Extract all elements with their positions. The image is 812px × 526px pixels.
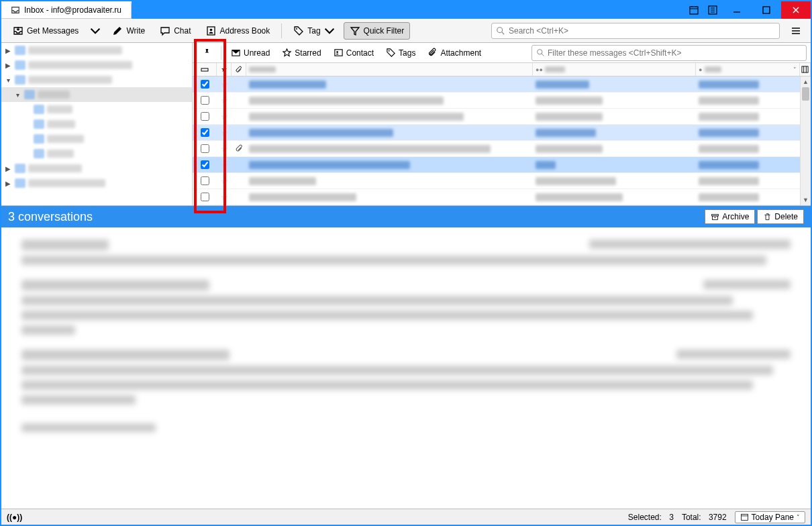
message-row[interactable]: ☆ [193,173,800,189]
folder-item[interactable] [1,102,192,117]
calendar-icon[interactable] [684,1,703,19]
filter-attachment[interactable]: Attachment [423,46,486,60]
scroll-down-arrow[interactable]: ▼ [801,195,811,205]
message-row[interactable]: ☆ [193,141,800,157]
message-row[interactable]: ☆ [193,109,800,125]
preview-message[interactable] [21,240,791,265]
paperclip-icon [427,48,438,58]
folder-item[interactable] [1,146,192,161]
column-picker[interactable] [800,63,811,76]
conversation-header: 3 conversations Archive Delete [1,206,811,227]
tag-button[interactable]: Tag [287,22,340,40]
column-star[interactable]: ★ [217,63,232,76]
today-pane-button[interactable]: Today Pane ˅ [735,511,805,523]
star-icon[interactable]: ☆ [221,176,228,186]
star-icon[interactable]: ☆ [221,112,228,121]
delete-button[interactable]: Delete [757,209,804,224]
maximize-button[interactable] [752,1,781,19]
message-row[interactable]: ☆ [193,157,800,173]
folder-tree[interactable]: ▶ ▶ ▾ ▾ ▶ ▶ [1,43,193,205]
message-row[interactable]: ☆ [193,125,800,141]
tag-icon [293,25,304,36]
message-row[interactable]: ☆ [193,93,800,109]
star-icon[interactable]: ☆ [221,80,228,89]
hamburger-icon [791,25,801,36]
account-item[interactable]: ▶ [1,43,192,58]
svg-rect-16 [741,514,748,520]
row-checkbox[interactable] [201,80,209,89]
account-item[interactable]: ▶ [1,161,192,176]
app-menu-button[interactable] [786,21,805,40]
message-row[interactable]: ☆ [193,189,800,205]
folder-item[interactable] [1,132,192,146]
archive-icon [711,213,719,221]
address-book-button[interactable]: Address Book [200,22,276,40]
get-messages-button[interactable]: Get Messages [7,22,85,40]
message-row[interactable]: ☆ [193,76,800,93]
row-checkbox[interactable] [201,96,209,105]
row-checkbox[interactable] [201,193,209,201]
scroll-thumb[interactable] [802,87,809,101]
global-search[interactable] [491,23,780,39]
row-checkbox[interactable] [201,160,209,169]
column-attachment[interactable] [232,63,246,76]
column-from[interactable]: ●● [533,63,696,76]
get-messages-dropdown[interactable] [87,22,103,40]
pin-filter-button[interactable] [197,46,216,60]
paperclip-icon [235,144,244,153]
row-checkbox[interactable] [201,144,209,153]
tab-inbox[interactable]: Inbox - info@prodavaiter.ru [1,1,132,19]
quick-filter-button[interactable]: Quick Filter [344,22,411,40]
filter-contact[interactable]: Contact [329,46,378,60]
star-icon[interactable]: ☆ [221,144,228,154]
account-item[interactable]: ▾ [1,72,192,87]
column-select[interactable] [193,63,217,76]
star-icon[interactable]: ☆ [221,193,228,202]
filter-search[interactable] [531,45,807,61]
activity-indicator: ((●)) [7,513,22,522]
folder-item-inbox[interactable]: ▾ [1,87,192,102]
message-list[interactable]: ☆☆☆☆☆☆☆☆ [193,76,800,205]
write-button[interactable]: Write [106,22,151,40]
row-checkbox[interactable] [201,128,209,137]
filter-unread[interactable]: Unread [226,46,274,60]
close-button[interactable] [781,1,811,19]
row-checkbox[interactable] [201,112,209,121]
select-column-icon [201,66,209,74]
filter-search-input[interactable] [548,48,802,58]
folder-item[interactable] [1,117,192,132]
message-list-area: Unread Starred Contact Tags Attachment ★ [193,43,811,205]
star-icon: ★ [221,65,227,74]
account-item[interactable]: ▶ [1,176,192,191]
inbox-icon [11,5,20,15]
scrollbar-vertical[interactable]: ▲ ▼ [800,76,811,205]
account-item[interactable]: ▶ [1,58,192,72]
scroll-up-arrow[interactable]: ▲ [801,76,811,87]
filter-starred[interactable]: Starred [277,46,325,60]
archive-button[interactable]: Archive [705,209,755,224]
status-selected: Selected: 3 [628,513,674,522]
main-body: ▶ ▶ ▾ ▾ ▶ ▶ Unread Starred Contact [1,43,811,509]
address-book-label: Address Book [220,26,270,36]
star-icon[interactable]: ☆ [221,128,228,138]
search-input[interactable] [509,26,775,36]
preview-message[interactable] [21,280,791,335]
column-date[interactable]: ● ˅ [696,63,800,76]
address-book-icon [206,25,217,36]
star-icon[interactable]: ☆ [221,160,228,170]
search-icon [496,26,505,36]
chat-icon [160,25,170,36]
svg-point-10 [389,50,390,52]
tasks-icon[interactable] [703,1,722,19]
filter-tags[interactable]: Tags [381,46,420,60]
titlebar: Inbox - info@prodavaiter.ru [1,1,811,19]
statusbar: ((●)) Selected: 3 Total: 3792 Today Pane… [1,509,811,525]
svg-rect-13 [802,66,808,72]
preview-message[interactable] [21,350,791,405]
star-icon[interactable]: ☆ [221,96,228,105]
svg-point-6 [497,27,503,32]
row-checkbox[interactable] [201,176,209,185]
minimize-button[interactable] [722,1,752,19]
chat-button[interactable]: Chat [154,22,197,40]
column-subject[interactable] [246,63,533,76]
